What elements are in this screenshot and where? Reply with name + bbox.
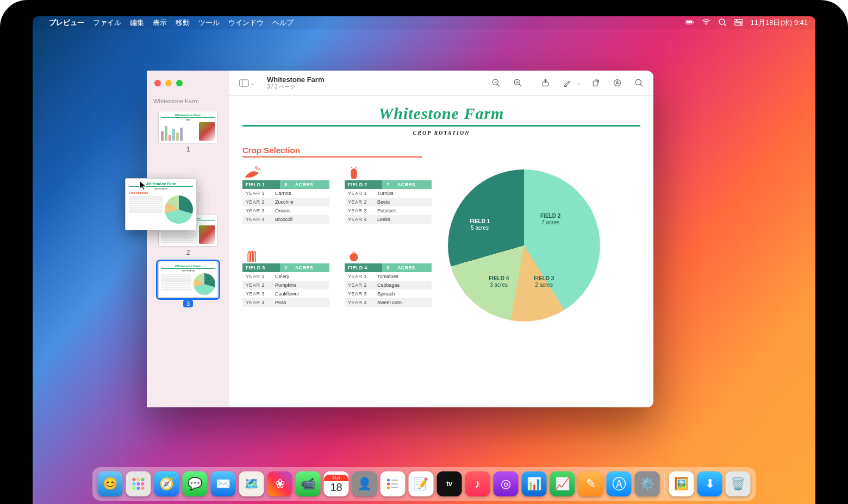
dock-app-maps[interactable]: 🗺️ — [239, 471, 264, 496]
dock-trash[interactable]: 🗑️ — [726, 471, 751, 496]
dock-app-keynote[interactable]: 📊 — [522, 471, 547, 496]
dock-app-safari[interactable]: 🧭 — [154, 471, 179, 496]
sidebar-toggle-button[interactable]: ⌄ — [236, 77, 258, 89]
field-table-4: FIELD 43ACRESYEAR 1TomatoesYEAR 2Cabbage… — [345, 247, 432, 322]
dock-app-contacts[interactable]: 👤 — [352, 471, 377, 496]
svg-rect-6 — [734, 19, 743, 21]
wifi-icon[interactable] — [702, 18, 710, 28]
control-center-icon[interactable] — [734, 18, 743, 28]
svg-point-34 — [137, 487, 140, 490]
dock-app-mail[interactable]: ✉️ — [211, 471, 236, 496]
table-row: YEAR 1Celery — [242, 272, 329, 281]
page-thumbnail-1[interactable]: Whitestone Farm STATS — [158, 111, 218, 143]
table-header: FIELD 15ACRES — [242, 180, 329, 189]
dock-divider — [664, 472, 665, 496]
dock-app-tv[interactable]: tv — [437, 471, 462, 496]
dock-app-finder[interactable]: 😊 — [98, 471, 123, 496]
app-menu[interactable]: プレビュー — [49, 18, 84, 28]
svg-point-38 — [387, 487, 390, 489]
section-heading: Crop Selection — [242, 146, 640, 155]
menu-go[interactable]: 移動 — [176, 18, 190, 28]
dock-app-photos[interactable]: ❀ — [267, 471, 292, 496]
markup-button[interactable] — [609, 75, 625, 91]
dock-app-notes[interactable]: 📝 — [409, 471, 434, 496]
close-button[interactable] — [154, 80, 161, 86]
dock-app-launchpad[interactable] — [126, 471, 151, 496]
crop-icon — [242, 247, 329, 263]
thumb-title: Whitestone Farm — [129, 182, 193, 187]
svg-point-3 — [706, 24, 707, 25]
svg-line-16 — [519, 84, 521, 86]
dragged-thumbnail[interactable]: Whitestone Farm CROP ROTATION Crop Selec… — [125, 178, 197, 230]
battery-icon[interactable] — [685, 18, 694, 28]
highlight-chevron-icon[interactable]: ⌄ — [577, 80, 582, 86]
dock-app-music[interactable]: ♪ — [465, 471, 490, 496]
menu-tools[interactable]: ツール — [198, 18, 220, 28]
table-row: YEAR 4Broccoli — [242, 215, 329, 224]
minimize-button[interactable] — [165, 80, 172, 86]
dock-app-numbers[interactable]: 📈 — [550, 471, 575, 496]
svg-rect-22 — [593, 81, 598, 86]
chevron-down-icon: ⌄ — [251, 80, 255, 86]
dock-app-preview[interactable]: 🖼️ — [669, 471, 694, 496]
svg-point-26 — [350, 253, 358, 261]
menu-edit[interactable]: 編集 — [130, 18, 144, 28]
table-row: YEAR 2Cabbages — [345, 281, 432, 289]
search-button[interactable] — [631, 75, 647, 91]
svg-point-24 — [635, 79, 641, 85]
dock-app-settings[interactable]: ⚙️ — [635, 471, 660, 496]
dock-app-pages[interactable]: ✎ — [578, 471, 603, 496]
thumb2-table — [161, 230, 197, 244]
table-row: YEAR 3Cauliflower — [242, 289, 329, 298]
dock-app-podcasts[interactable]: ◎ — [494, 471, 519, 496]
window-title-block: Whitestone Farm 3 / 3 ページ — [267, 76, 324, 90]
svg-rect-1 — [686, 21, 692, 23]
svg-point-35 — [141, 487, 145, 490]
fullscreen-button[interactable] — [176, 80, 183, 86]
dock-app-messages[interactable]: 💬 — [183, 471, 208, 496]
pie-label-field2: FIELD 27 acres — [540, 213, 560, 226]
svg-point-31 — [137, 482, 140, 486]
menu-window[interactable]: ウインドウ — [228, 18, 264, 28]
title-rule — [242, 125, 640, 127]
highlight-button[interactable] — [559, 75, 575, 91]
dock-app-facetime[interactable]: 📹 — [296, 471, 321, 496]
menubar: プレビュー ファイル 編集 表示 移動 ツール ウインドウ ヘルプ 11月18日… — [33, 16, 815, 29]
dock-downloads[interactable]: ⬇ — [697, 471, 722, 496]
dock-app-calendar[interactable]: 11月 18 — [324, 471, 349, 496]
crop-icon — [345, 164, 432, 180]
menu-view[interactable]: 表示 — [153, 18, 167, 28]
dock: 😊 🧭 💬 ✉️ 🗺️ ❀ 📹 11月 18 👤 📝 tv ♪ ◎ 📊 📈 ✎ … — [92, 467, 756, 501]
spotlight-icon[interactable] — [718, 18, 727, 28]
page-label-3: 3 — [152, 300, 224, 307]
document-subtitle: CROP ROTATION — [242, 130, 640, 136]
share-button[interactable] — [537, 75, 553, 91]
table-row: YEAR 3Spinach — [345, 289, 432, 298]
menubar-datetime[interactable]: 11月18日(水) 9:41 — [751, 18, 808, 28]
sidebar-doc-title: Whitestone Farm — [147, 96, 229, 108]
table-row: YEAR 1Turnips — [345, 189, 432, 198]
table-header: FIELD 32ACRES — [242, 263, 329, 272]
rotate-button[interactable] — [587, 75, 603, 91]
laptop-frame: プレビュー ファイル 編集 表示 移動 ツール ウインドウ ヘルプ 11月18日… — [0, 0, 848, 504]
thumbnail-sidebar: Whitestone Farm Whitestone Farm STATS — [147, 71, 229, 407]
crop-icon — [242, 164, 329, 180]
section-rule — [242, 156, 422, 158]
zoom-out-button[interactable] — [488, 75, 504, 91]
pie-label-field3: FIELD 32 acres — [534, 275, 554, 288]
drag-thumb-pie — [165, 196, 193, 224]
zoom-in-button[interactable] — [509, 75, 526, 91]
table-row: YEAR 2Pumpkins — [242, 281, 329, 289]
pie-slices — [448, 169, 600, 322]
menu-file[interactable]: ファイル — [93, 18, 121, 28]
menu-help[interactable]: ヘルプ — [272, 18, 294, 28]
document-pane: ⌄ Whitestone Farm 3 / 3 ページ ⌄ Whitestone — [229, 71, 653, 407]
table-row: YEAR 1Tomatoes — [345, 272, 432, 281]
dock-app-appstore[interactable]: Ⓐ — [607, 471, 632, 496]
dock-app-reminders[interactable] — [381, 471, 406, 496]
field-table-3: FIELD 32ACRESYEAR 1CeleryYEAR 2PumpkinsY… — [242, 247, 329, 322]
table-row: YEAR 2Beets — [345, 198, 432, 206]
svg-point-4 — [719, 19, 725, 24]
pie-label-field4: FIELD 43 acres — [489, 275, 509, 288]
page-thumbnail-3[interactable]: Whitestone Farm CROP ROTATION — [158, 262, 218, 298]
